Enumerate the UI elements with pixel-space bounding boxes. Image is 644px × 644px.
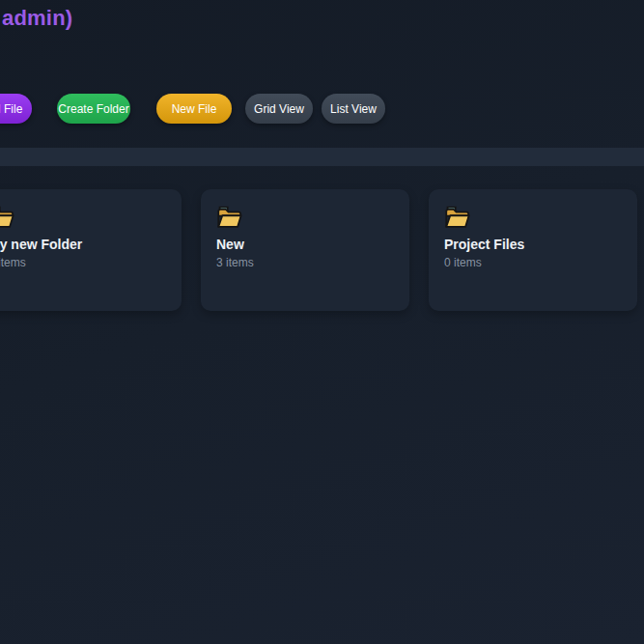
folder-item-count: 2 items	[0, 256, 166, 269]
open-folder-icon	[216, 206, 242, 230]
folder-name: New	[216, 237, 394, 252]
folder-item-count: 3 items	[216, 256, 394, 269]
folder-name: My new Folder	[0, 237, 166, 252]
open-folder-icon	[0, 206, 14, 230]
list-view-button[interactable]: List View	[322, 94, 385, 124]
toolbar: Upload File Create Folder New File Grid …	[0, 94, 385, 124]
upload-file-button[interactable]: Upload File	[0, 94, 32, 124]
folder-card[interactable]: Project Files 0 items	[429, 189, 637, 311]
new-file-button[interactable]: New File	[156, 94, 232, 124]
folder-card[interactable]: My new Folder 2 items	[0, 189, 182, 311]
folder-grid: My new Folder 2 items New 3 items Projec…	[0, 189, 644, 311]
page-title: admin)	[2, 6, 72, 31]
grid-view-button[interactable]: Grid View	[245, 94, 313, 124]
folder-item-count: 0 items	[444, 256, 622, 269]
folder-name: Project Files	[444, 237, 622, 252]
open-folder-icon	[444, 206, 470, 230]
folder-card[interactable]: New 3 items	[201, 189, 409, 311]
create-folder-button[interactable]: Create Folder	[57, 94, 130, 124]
path-bar	[0, 148, 644, 166]
